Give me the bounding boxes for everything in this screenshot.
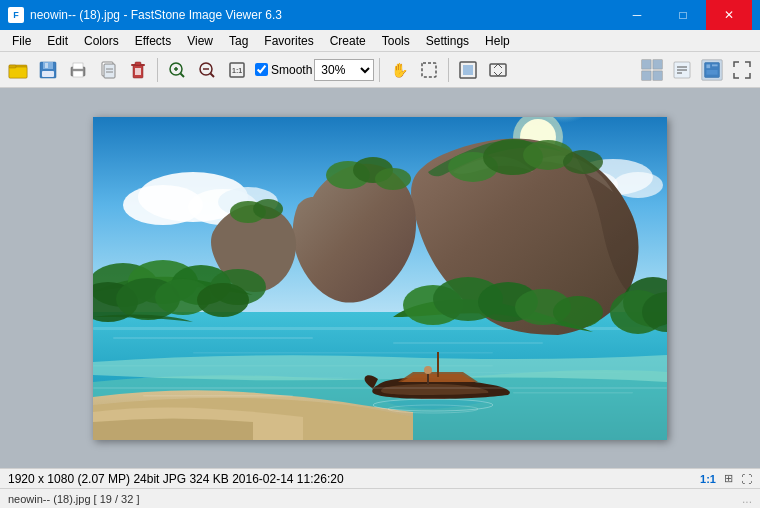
menu-effects[interactable]: Effects bbox=[127, 30, 179, 51]
toolbar-sep-1 bbox=[157, 58, 158, 82]
smooth-checkbox-group: Smooth bbox=[255, 63, 312, 77]
svg-rect-44 bbox=[706, 64, 710, 68]
svg-rect-60 bbox=[113, 337, 313, 339]
fullscreen-button[interactable] bbox=[728, 56, 756, 84]
toolbar-sep-3 bbox=[448, 58, 449, 82]
fit-window-button[interactable] bbox=[454, 56, 482, 84]
thumbnail-view-button[interactable] bbox=[638, 56, 666, 84]
svg-rect-98 bbox=[513, 392, 633, 394]
svg-rect-11 bbox=[104, 64, 115, 78]
menu-settings[interactable]: Settings bbox=[418, 30, 477, 51]
status-icon-1[interactable]: ⊞ bbox=[724, 472, 733, 485]
svg-point-93 bbox=[424, 366, 432, 374]
app-icon: F bbox=[8, 7, 24, 23]
svg-rect-33 bbox=[490, 64, 506, 76]
title-bar-left: F neowin-- (18).jpg - FastStone Image Vi… bbox=[8, 7, 282, 23]
svg-line-26 bbox=[211, 73, 215, 77]
svg-rect-37 bbox=[653, 70, 662, 79]
svg-rect-30 bbox=[422, 63, 436, 77]
title-bar: F neowin-- (18).jpg - FastStone Image Vi… bbox=[0, 0, 760, 30]
toolbar: 1:1 Smooth 30% 10% 25% 50% 75% 100% 200%… bbox=[0, 52, 760, 88]
zoom-ratio: 1:1 bbox=[700, 473, 716, 485]
smooth-label: Smooth bbox=[271, 63, 312, 77]
menu-tools[interactable]: Tools bbox=[374, 30, 418, 51]
close-button[interactable]: ✕ bbox=[706, 0, 752, 30]
scene-image bbox=[93, 117, 667, 440]
bottom-filename: neowin-- (18).jpg [ 19 / 32 ] bbox=[8, 493, 139, 505]
svg-rect-61 bbox=[393, 342, 543, 344]
minimize-button[interactable]: ─ bbox=[614, 0, 660, 30]
status-icon-2[interactable]: ⛶ bbox=[741, 473, 752, 485]
main-area bbox=[0, 88, 760, 468]
status-bar: 1920 x 1080 (2.07 MP) 24bit JPG 324 KB 2… bbox=[0, 468, 760, 488]
menu-file[interactable]: File bbox=[4, 30, 39, 51]
pan-tool-button[interactable]: ✋ bbox=[385, 56, 413, 84]
delete-button[interactable] bbox=[124, 56, 152, 84]
svg-text:✋: ✋ bbox=[391, 62, 409, 79]
maximize-button[interactable]: □ bbox=[660, 0, 706, 30]
svg-text:1:1: 1:1 bbox=[232, 67, 242, 74]
menu-create[interactable]: Create bbox=[322, 30, 374, 51]
title-bar-title: neowin-- (18).jpg - FastStone Image View… bbox=[30, 8, 282, 22]
svg-rect-1 bbox=[9, 67, 27, 78]
menu-bar: File Edit Colors Effects View Tag Favori… bbox=[0, 30, 760, 52]
smooth-checkbox[interactable] bbox=[255, 63, 268, 76]
title-bar-controls: ─ □ ✕ bbox=[614, 0, 752, 30]
svg-rect-16 bbox=[135, 62, 141, 65]
zoom-out-button[interactable] bbox=[193, 56, 221, 84]
svg-line-23 bbox=[181, 73, 185, 77]
status-info: 1920 x 1080 (2.07 MP) 24bit JPG 324 KB 2… bbox=[8, 472, 344, 486]
select-rect-button[interactable] bbox=[415, 56, 443, 84]
menu-help[interactable]: Help bbox=[477, 30, 518, 51]
open-folder-button[interactable] bbox=[4, 56, 32, 84]
menu-edit[interactable]: Edit bbox=[39, 30, 76, 51]
svg-point-82 bbox=[553, 296, 603, 328]
svg-rect-46 bbox=[706, 70, 717, 75]
bottom-dots: ... bbox=[742, 492, 752, 506]
status-right: 1:1 ⊞ ⛶ bbox=[700, 472, 752, 485]
print-button[interactable] bbox=[64, 56, 92, 84]
info-button[interactable] bbox=[668, 56, 696, 84]
svg-rect-35 bbox=[653, 59, 662, 68]
copy-button[interactable] bbox=[94, 56, 122, 84]
svg-rect-9 bbox=[73, 63, 83, 69]
svg-point-90 bbox=[197, 283, 249, 317]
svg-rect-5 bbox=[45, 63, 48, 68]
image-container[interactable] bbox=[93, 117, 667, 440]
svg-point-72 bbox=[375, 168, 411, 190]
svg-rect-45 bbox=[712, 64, 718, 66]
menu-colors[interactable]: Colors bbox=[76, 30, 127, 51]
svg-rect-8 bbox=[73, 71, 83, 77]
svg-point-74 bbox=[253, 199, 283, 219]
svg-rect-96 bbox=[93, 387, 667, 389]
zoom-select[interactable]: 30% 10% 25% 50% 75% 100% 200% bbox=[314, 59, 374, 81]
stretch-button[interactable] bbox=[484, 56, 512, 84]
toolbar-sep-2 bbox=[379, 58, 380, 82]
bottom-bar: neowin-- (18).jpg [ 19 / 32 ] ... bbox=[0, 488, 760, 508]
zoom-in-button[interactable] bbox=[163, 56, 191, 84]
menu-tag[interactable]: Tag bbox=[221, 30, 256, 51]
svg-rect-62 bbox=[193, 352, 493, 354]
svg-rect-32 bbox=[463, 65, 473, 75]
svg-rect-6 bbox=[42, 71, 54, 77]
active-image-button[interactable] bbox=[698, 56, 726, 84]
svg-rect-34 bbox=[642, 59, 651, 68]
svg-rect-36 bbox=[642, 70, 651, 79]
svg-rect-97 bbox=[143, 395, 293, 397]
menu-view[interactable]: View bbox=[179, 30, 221, 51]
save-button[interactable] bbox=[34, 56, 62, 84]
menu-favorites[interactable]: Favorites bbox=[256, 30, 321, 51]
svg-point-69 bbox=[563, 150, 603, 174]
svg-rect-2 bbox=[9, 65, 16, 68]
actual-size-button[interactable]: 1:1 bbox=[223, 56, 251, 84]
